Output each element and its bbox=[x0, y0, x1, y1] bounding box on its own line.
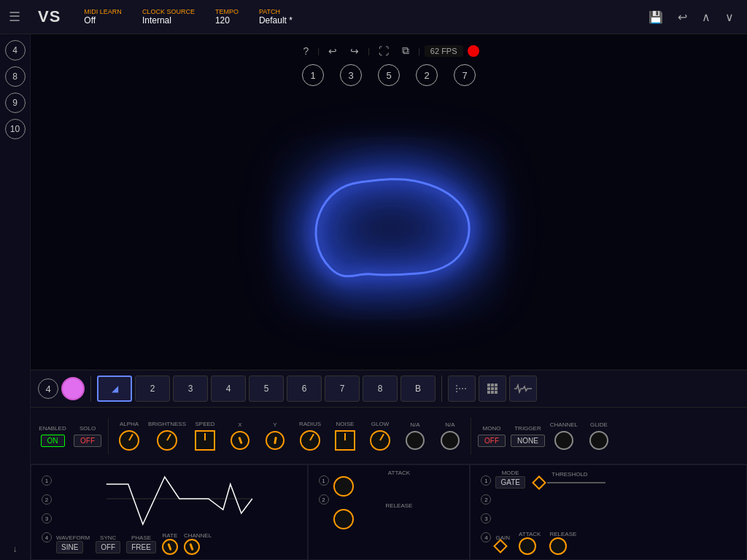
y-group: Y bbox=[259, 421, 291, 450]
speed-group: SPEED bbox=[189, 421, 221, 451]
phase-label: PHASE bbox=[126, 534, 156, 541]
midi-num-1: 1 bbox=[481, 475, 491, 486]
x-knob[interactable] bbox=[231, 431, 249, 450]
panel-channel-label: CHANNEL bbox=[184, 532, 212, 539]
solo-toggle[interactable]: OFF bbox=[74, 435, 101, 447]
waveform-btn[interactable]: SINE bbox=[56, 541, 83, 553]
down-button[interactable]: ∨ bbox=[721, 7, 738, 27]
menu-icon[interactable]: ☰ bbox=[9, 9, 20, 25]
sidebar-num-4: 4 bbox=[5, 40, 26, 61]
speed-knob[interactable] bbox=[195, 430, 215, 451]
color-picker[interactable] bbox=[61, 377, 85, 400]
na1-group: N/A bbox=[399, 421, 431, 450]
channel-btn-1[interactable]: ◢ bbox=[97, 376, 132, 402]
toolbar-num-7[interactable]: 7 bbox=[454, 64, 476, 86]
channel-btn-8[interactable]: 8 bbox=[363, 376, 398, 402]
enabled-toggle[interactable]: ON bbox=[41, 435, 65, 447]
alpha-knob[interactable] bbox=[119, 430, 139, 451]
channel-btn-2[interactable]: 2 bbox=[135, 376, 170, 402]
lfo-side-numbers: 1 2 3 4 bbox=[42, 475, 52, 542]
midi-release-label: RELEASE bbox=[549, 531, 576, 537]
midi-panel: 1 2 3 4 MODE GATE bbox=[470, 464, 747, 560]
save-button[interactable]: 💾 bbox=[644, 7, 667, 27]
fullscreen-button[interactable]: ⛶ bbox=[374, 42, 393, 60]
env-num-1: 1 bbox=[319, 475, 329, 486]
sidebar-num-8: 8 bbox=[5, 66, 26, 87]
midi-attack-knob[interactable] bbox=[519, 537, 536, 555]
redo-button[interactable]: ↪ bbox=[346, 42, 363, 60]
env-side-numbers: 1 2 bbox=[319, 475, 329, 505]
na2-group: N/A bbox=[434, 421, 466, 450]
trigger-toggle[interactable]: NONE bbox=[511, 435, 545, 447]
panel-channel-knob[interactable] bbox=[184, 539, 200, 555]
patch-value[interactable]: Default * bbox=[259, 15, 293, 26]
svg-point-5 bbox=[456, 391, 457, 392]
svg-rect-14 bbox=[495, 391, 498, 394]
y-knob[interactable] bbox=[266, 431, 285, 450]
lfo-num-2: 2 bbox=[42, 494, 52, 505]
glide-knob[interactable] bbox=[589, 431, 608, 450]
x-label: X bbox=[238, 421, 241, 428]
gain-label: GAIN bbox=[495, 534, 510, 541]
threshold-slider[interactable] bbox=[547, 482, 605, 483]
lfo-num-1: 1 bbox=[42, 475, 52, 486]
channel-knob-label: CHANNEL bbox=[550, 421, 578, 428]
toolbar-num-3[interactable]: 3 bbox=[340, 64, 362, 86]
brightness-knob[interactable] bbox=[157, 430, 177, 451]
oscilloscope-icon-btn[interactable] bbox=[448, 376, 476, 402]
enabled-label: ENABLED bbox=[39, 425, 66, 432]
undo-button[interactable]: ↩ bbox=[324, 42, 341, 60]
midi-side-numbers: 1 2 3 4 bbox=[481, 475, 491, 542]
midi-release-knob[interactable] bbox=[549, 537, 567, 555]
help-button[interactable]: ? bbox=[298, 42, 313, 60]
brightness-group: BRIGHTNESS bbox=[148, 421, 186, 451]
channel-btn-5[interactable]: 5 bbox=[249, 376, 284, 402]
glide-label: GLIDE bbox=[590, 421, 608, 428]
waveform-icon-btn[interactable] bbox=[509, 376, 537, 402]
layout-button[interactable]: ⧉ bbox=[398, 42, 414, 60]
alpha-group: ALPHA bbox=[113, 421, 145, 451]
radius-knob[interactable] bbox=[300, 430, 320, 451]
midi-num-4: 4 bbox=[481, 532, 491, 542]
up-button[interactable]: ∧ bbox=[697, 7, 715, 27]
phase-btn[interactable]: FREE bbox=[126, 541, 156, 553]
toolbar-num-1[interactable]: 1 bbox=[302, 64, 324, 86]
svg-point-2 bbox=[462, 388, 463, 389]
na2-knob[interactable] bbox=[441, 431, 460, 450]
svg-point-1 bbox=[459, 388, 460, 389]
midi-learn-value[interactable]: Off bbox=[84, 15, 122, 26]
attack-knob[interactable] bbox=[333, 476, 354, 497]
channel-btn-4[interactable]: 4 bbox=[211, 376, 246, 402]
gain-knob[interactable] bbox=[494, 539, 508, 553]
na1-knob[interactable] bbox=[406, 431, 425, 450]
tempo-value[interactable]: 120 bbox=[215, 15, 239, 26]
threshold-knob[interactable] bbox=[532, 475, 546, 490]
app-title: VS bbox=[38, 7, 61, 26]
glide-group: GLIDE bbox=[583, 421, 615, 450]
release-knob[interactable] bbox=[333, 509, 354, 529]
rate-knob[interactable] bbox=[162, 539, 178, 555]
mono-toggle[interactable]: OFF bbox=[478, 435, 506, 447]
undo-top-button[interactable]: ↩ bbox=[673, 7, 692, 27]
record-button[interactable] bbox=[468, 45, 479, 57]
scroll-down-icon[interactable]: ↓ bbox=[13, 544, 18, 554]
attack-label: ATTACK bbox=[333, 470, 465, 476]
channel-btn-b[interactable]: B bbox=[400, 376, 436, 402]
noise-knob[interactable] bbox=[335, 430, 355, 451]
radius-label: RADIUS bbox=[299, 421, 321, 427]
toolbar-num-2[interactable]: 2 bbox=[416, 64, 438, 86]
clock-source-value[interactable]: Internal bbox=[142, 15, 195, 26]
mode-btn[interactable]: GATE bbox=[495, 476, 525, 489]
channel-btn-3[interactable]: 3 bbox=[173, 376, 208, 402]
glow-knob[interactable] bbox=[370, 430, 390, 451]
channel-btn-7[interactable]: 7 bbox=[325, 376, 360, 402]
channel-btn-6[interactable]: 6 bbox=[287, 376, 322, 402]
channel-knob[interactable] bbox=[554, 431, 573, 450]
top-info: MIDI LEARN Off CLOCK SOURCE Internal TEM… bbox=[84, 8, 293, 26]
brightness-label: BRIGHTNESS bbox=[148, 421, 186, 427]
sep1: | bbox=[317, 47, 320, 55]
toolbar-num-5[interactable]: 5 bbox=[378, 64, 400, 86]
sync-btn[interactable]: OFF bbox=[96, 541, 120, 553]
grid-icon-btn[interactable] bbox=[479, 376, 506, 402]
svg-rect-12 bbox=[487, 391, 490, 394]
